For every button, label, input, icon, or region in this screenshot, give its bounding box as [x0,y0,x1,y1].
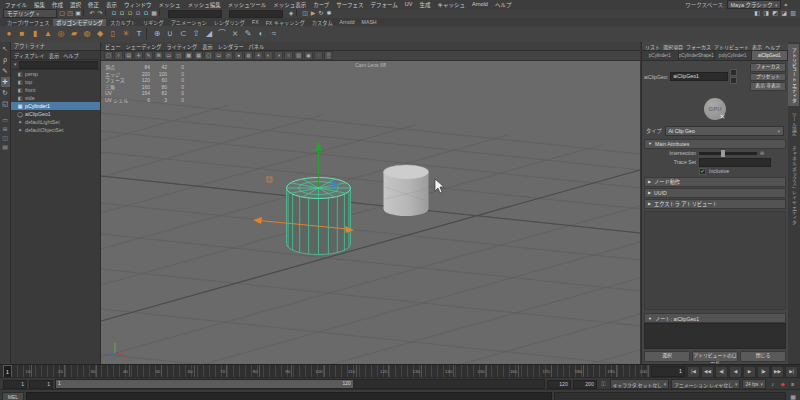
tab-channel-box[interactable]: チャネル ボックス / レイヤ エディタ [788,142,799,229]
wireframe-icon[interactable]: ◇ [224,51,233,60]
field-chart-icon[interactable]: ▦ [194,51,203,60]
status-icon[interactable] [105,9,109,16]
mute-audio-icon[interactable]: ♪ [768,381,777,387]
poly-text-icon[interactable]: T [133,28,145,40]
attribute-editor-button[interactable]: フォーカス [750,63,786,72]
gate-mask-icon[interactable]: ▩ [184,51,193,60]
paint-select-tool[interactable]: ✎ [1,66,10,76]
attribute-editor-menu-item[interactable]: リスト [645,43,660,50]
notes-field[interactable] [644,323,786,349]
redo-icon[interactable]: ↷ [96,9,104,18]
fps-select[interactable]: 24 fps▾ [742,379,766,389]
poly-sphere-icon[interactable]: ● [3,28,15,40]
shelf-tab[interactable]: レンダリング [211,19,248,26]
resolution-gate-icon[interactable]: ◻ [174,51,183,60]
show-modeling-toolkit-icon[interactable]: ◪ [780,9,788,18]
motion-blur-icon[interactable]: ≈ [284,51,293,60]
poly-gear-icon[interactable]: ✳ [120,28,132,40]
show-attribute-editor-icon[interactable]: ◧ [753,9,761,18]
command-input[interactable] [26,392,552,400]
footer-button[interactable]: 閉じる [740,351,786,362]
outliner-menu-item[interactable]: ディスプレイ [14,52,45,59]
scene-view[interactable]: Cam Lens f/8 頂点 84 42 0 エッジ 200 [101,61,640,364]
poly-cylinder-icon[interactable]: ▮ [29,28,41,40]
step-back-key-button[interactable]: ◀◀ [701,366,714,378]
render-current-frame-icon[interactable]: ▶ [309,9,317,18]
depth-of-field-icon[interactable]: ◉ [304,51,313,60]
select-camera-icon[interactable]: ▢ [104,51,113,60]
panel-menu-item[interactable]: 表示 [202,43,212,50]
shelf-tab[interactable]: アニメーション [168,19,210,26]
lock-node-checkbox[interactable] [730,69,737,76]
outliner-menu-item[interactable]: ヘルプ [63,52,79,59]
play-forwards-button[interactable]: ▶ [743,366,756,378]
show-character-controls-icon[interactable]: ▥ [789,9,797,18]
auto-keyframe-icon[interactable]: ◆ [778,381,787,387]
attribute-editor-menu-item[interactable]: ヘルプ [765,43,780,50]
outliner-search-input[interactable] [19,61,98,69]
map-button-icon[interactable]: ⊞ [760,150,764,156]
shelf-icon[interactable] [146,28,150,40]
collapsed-section-header[interactable]: ▶ UUID [644,188,786,198]
character-set-select[interactable]: キャラクタ セットなし▾ [610,379,670,389]
extrude-icon[interactable]: ⇧ [190,28,202,40]
image-plane-icon[interactable]: ▤ [124,51,133,60]
gray-cylinder-mesh[interactable] [384,165,429,216]
multisample-icon[interactable]: ▨ [294,51,303,60]
attribute-editor-button[interactable]: プリセット [750,73,786,82]
selection-mask-field[interactable] [168,10,222,18]
shelf-tab[interactable]: リギング [140,19,167,26]
outliner-item[interactable]: ◧ side [11,94,100,102]
current-frame-field[interactable]: 1 [651,366,685,377]
menu-item[interactable]: メッシュ [156,1,184,9]
playback-range-bar[interactable]: 1120 [56,380,353,388]
animation-start-field[interactable]: 1 [3,380,27,389]
shelf-tab[interactable]: ポリゴンモデリング [53,19,106,26]
bevel-icon[interactable]: ◢ [203,28,215,40]
menu-item[interactable]: 選択 [67,1,84,9]
shelf-tab[interactable]: カーブ/サーフェス [4,19,52,26]
poly-cone-icon[interactable]: ▲ [42,28,54,40]
render-settings-icon[interactable]: ✱ [325,9,333,18]
outliner-item[interactable]: ▦ pCylinder1 [11,102,100,110]
new-scene-icon[interactable]: ▢ [58,9,66,18]
textured-icon[interactable]: ◍ [244,51,253,60]
node-tab[interactable]: aiClipGeo1 [752,51,789,60]
anim-layer-select[interactable]: アニメーション レイヤなし▾ [671,379,740,389]
playback-start-field[interactable]: 1 [29,380,53,389]
panel-menu-item[interactable]: ライティング [167,43,198,50]
safe-title-icon[interactable]: ▭ [214,51,223,60]
menu-item[interactable]: ファイル [2,1,30,9]
layout-two-pane[interactable]: ◫ [1,134,10,142]
xray-icon[interactable]: ▒ [324,51,333,60]
menu-item[interactable]: メッシュ表示 [270,1,309,9]
layout-four-pane[interactable]: ⊞ [1,125,10,133]
save-scene-icon[interactable]: ▣ [74,9,82,18]
shelf-tab[interactable]: Arnold [337,19,358,25]
lasso-tool[interactable]: ρ [1,55,10,65]
outliner-item[interactable]: ◧ top [11,78,100,86]
shelf-tab[interactable]: FX キャッシング [263,19,308,26]
footer-button[interactable]: アトリビュートのロード [692,351,738,362]
filter-icon[interactable]: ▼ [13,62,17,67]
outliner-item[interactable]: ◧ persp [11,70,100,78]
step-forward-frame-button[interactable]: |▶ [757,366,770,378]
attribute-editor-menu-item[interactable]: フォーカス [686,43,711,50]
menu-item[interactable]: 表示 [103,1,120,9]
node-name-field[interactable]: aiClipGeo1 [670,72,728,81]
shadows-icon[interactable]: ◐ [264,51,273,60]
menu-item[interactable]: 生成 [417,1,434,9]
set-key-icon[interactable]: ⚿ [599,381,608,388]
lock-workspace-icon[interactable]: ✦ [783,2,788,8]
panel-menu-item[interactable]: レンダラー [218,43,244,50]
animation-preferences-icon[interactable]: ≡ [788,381,797,387]
undo-icon[interactable]: ↶ [88,9,96,18]
step-forward-key-button[interactable]: ▶▶ [771,366,784,378]
menu-item[interactable]: キャッシュ [435,1,469,9]
use-all-lights-icon[interactable]: ☀ [254,51,263,60]
safe-action-icon[interactable]: ▢ [204,51,213,60]
node-tab[interactable]: polyCylinder1 [715,51,752,60]
poly-plane-icon[interactable]: ▰ [68,28,80,40]
snap-to-view-plane-icon[interactable]: Ω [142,9,150,18]
selected-cylinder-mesh[interactable] [287,178,351,255]
